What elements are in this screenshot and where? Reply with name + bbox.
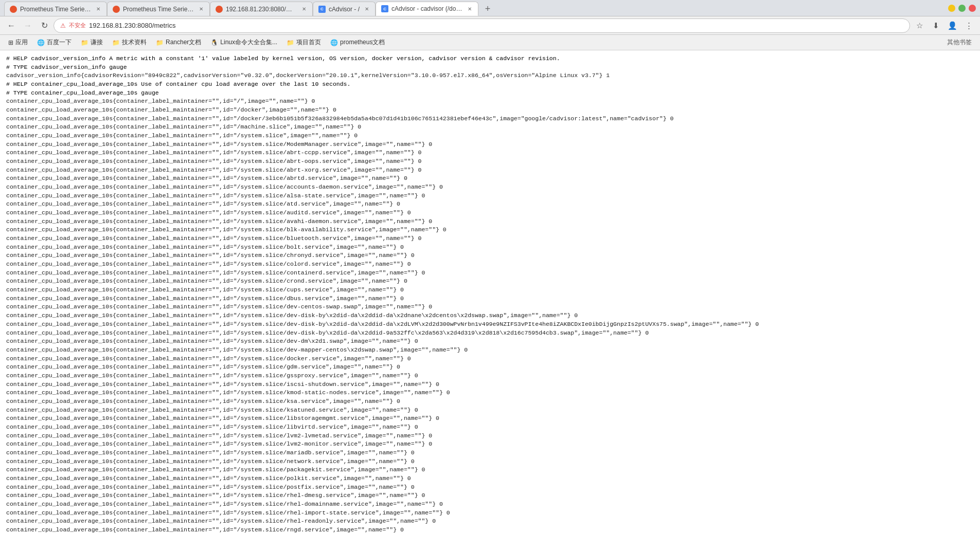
bookmark-project[interactable]: 📁 项目首页: [282, 36, 325, 48]
minimize-button[interactable]: [948, 5, 955, 12]
apps-icon: ⊞: [8, 39, 13, 46]
metric-line: container_cpu_load_average_10s{container…: [6, 491, 974, 500]
metric-line: container_cpu_load_average_10s{container…: [6, 277, 974, 286]
metric-line: container_cpu_load_average_10s{container…: [6, 294, 974, 303]
bookmarks-bar: ⊞ 应用 🌐 百度一下 📁 谦接 📁 技术资料 📁 Rancher文档 🐧 Li…: [0, 35, 980, 50]
address-bar[interactable]: ⚠ 不安全 192.168.81.230:8080/metrics: [54, 19, 910, 33]
bookmark-button[interactable]: ☆: [912, 19, 926, 33]
metric-line: container_cpu_load_average_10s{container…: [6, 423, 974, 432]
metric-line: container_cpu_load_average_10s{container…: [6, 140, 974, 149]
metric-line: container_cpu_load_average_10s{container…: [6, 200, 974, 209]
metric-line: container_cpu_load_average_10s{container…: [6, 483, 974, 492]
metric-line: container_cpu_load_average_10s{container…: [6, 115, 974, 123]
metric-line: container_cpu_load_average_10s{container…: [6, 243, 974, 252]
metric-line: container_cpu_load_average_10s{container…: [6, 251, 974, 260]
tab-5[interactable]: C cAdvisor - cadvisor (/docker/c... ✕: [376, 2, 478, 16]
bookmark-linux-label: Linux命令大全合集...: [220, 38, 277, 47]
metric-line: container_cpu_load_average_10s{container…: [6, 380, 974, 389]
metric-line: container_cpu_load_average_10s{container…: [6, 260, 974, 269]
bookmark-linux[interactable]: 🐧 Linux命令大全合集...: [206, 36, 281, 48]
metric-line: container_cpu_load_average_10s{container…: [6, 372, 974, 380]
metric-line: # HELP cadvisor_version_info A metric wi…: [6, 54, 974, 63]
bookmark-prometheus-label: prometheus文档: [340, 38, 385, 47]
metric-line: # TYPE cadvisor_version_info gauge: [6, 63, 974, 72]
tab-3[interactable]: 192.168.81.230:8080/metrics ✕: [210, 2, 313, 16]
bookmark-qianjie[interactable]: 📁 谦接: [77, 36, 107, 48]
history-button[interactable]: ⬇: [929, 19, 943, 33]
back-button[interactable]: ←: [4, 19, 19, 33]
tab-1-close[interactable]: ✕: [94, 5, 102, 13]
metric-line: container_cpu_load_average_10s{container…: [6, 320, 974, 329]
bookmark-project-label: 项目首页: [296, 38, 321, 47]
bookmark-baidu[interactable]: 🌐 百度一下: [33, 36, 76, 48]
folder-icon-4: 📁: [287, 39, 294, 46]
metric-line: container_cpu_load_average_10s{container…: [6, 192, 974, 200]
tab-1[interactable]: Prometheus Time Series Colle... ✕: [4, 2, 107, 16]
metric-line: container_cpu_load_average_10s{container…: [6, 311, 974, 320]
tab-2-close[interactable]: ✕: [197, 5, 205, 13]
security-icon: ⚠: [60, 22, 66, 29]
content-area[interactable]: # HELP cadvisor_version_info A metric wi…: [0, 50, 980, 534]
account-button[interactable]: 👤: [945, 19, 959, 33]
metric-line: container_cpu_load_average_10s{container…: [6, 149, 974, 157]
nav-actions: ☆ ⬇ 👤 ⋮: [912, 19, 976, 33]
folder-icon-2: 📁: [112, 39, 120, 46]
metric-line: container_cpu_load_average_10s{container…: [6, 474, 974, 483]
new-tab-button[interactable]: +: [480, 2, 495, 16]
metric-line: container_cpu_load_average_10s{container…: [6, 166, 974, 175]
bookmark-rancher[interactable]: 📁 Rancher文档: [152, 36, 205, 48]
tab-3-favicon: [216, 6, 223, 13]
metric-line: container_cpu_load_average_10s{container…: [6, 269, 974, 278]
metric-line: container_cpu_load_average_10s{container…: [6, 414, 974, 423]
tab-4[interactable]: C cAdvisor - / ✕: [313, 2, 376, 16]
metric-line: container_cpu_load_average_10s{container…: [6, 123, 974, 132]
metric-line: container_cpu_load_average_10s{container…: [6, 97, 974, 106]
folder-icon-1: 📁: [81, 39, 88, 46]
bookmark-prometheus[interactable]: 🌐 prometheus文档: [326, 36, 389, 48]
bookmark-baidu-label: 百度一下: [47, 38, 72, 47]
metric-line: container_cpu_load_average_10s{container…: [6, 457, 974, 466]
bookmark-qianjie-label: 谦接: [91, 38, 103, 47]
metric-line: container_cpu_load_average_10s{container…: [6, 526, 974, 534]
tab-3-title: 192.168.81.230:8080/metrics: [226, 6, 297, 13]
security-label: 不安全: [69, 22, 86, 29]
tab-3-close[interactable]: ✕: [300, 5, 308, 13]
bookmark-rancher-label: Rancher文档: [166, 38, 201, 47]
bookmark-apps-label: 应用: [15, 38, 28, 47]
metric-line: container_cpu_load_average_10s{container…: [6, 500, 974, 509]
tab-2-title: Prometheus Time Series Colle...: [123, 6, 194, 13]
metric-line: container_cpu_load_average_10s{container…: [6, 355, 974, 363]
nav-bar: ← → ↻ ⚠ 不安全 192.168.81.230:8080/metrics …: [0, 16, 980, 35]
bookmarks-more[interactable]: 其他书签: [943, 36, 976, 48]
metric-line: container_cpu_load_average_10s{container…: [6, 363, 974, 372]
tab-2[interactable]: Prometheus Time Series Colle... ✕: [107, 2, 210, 16]
metric-line: container_cpu_load_average_10s{container…: [6, 217, 974, 226]
prometheus-bookmark-icon: 🌐: [330, 39, 338, 46]
metric-line: container_cpu_load_average_10s{container…: [6, 440, 974, 449]
metric-line: container_cpu_load_average_10s{container…: [6, 303, 974, 311]
metric-line: container_cpu_load_average_10s{container…: [6, 389, 974, 397]
metric-line: container_cpu_load_average_10s{container…: [6, 234, 974, 243]
window-titlebar: Prometheus Time Series Colle... ✕ Promet…: [0, 0, 980, 16]
metric-line: container_cpu_load_average_10s{container…: [6, 432, 974, 440]
tab-bar: Prometheus Time Series Colle... ✕ Promet…: [4, 0, 944, 16]
bookmark-apps[interactable]: ⊞ 应用: [4, 36, 32, 48]
metric-line: container_cpu_load_average_10s{container…: [6, 337, 974, 346]
baidu-icon: 🌐: [37, 39, 45, 46]
metric-line: container_cpu_load_average_10s{container…: [6, 132, 974, 140]
tab-4-close[interactable]: ✕: [363, 5, 371, 13]
linux-icon: 🐧: [210, 39, 218, 46]
metric-line: container_cpu_load_average_10s{container…: [6, 174, 974, 183]
tab-5-close[interactable]: ✕: [466, 5, 474, 13]
maximize-button[interactable]: [958, 5, 966, 12]
bookmark-tech[interactable]: 📁 技术资料: [108, 36, 151, 48]
forward-button[interactable]: →: [21, 19, 35, 33]
metric-line: container_cpu_load_average_10s{container…: [6, 226, 974, 234]
metric-line: container_cpu_load_average_10s{container…: [6, 157, 974, 166]
metric-line: container_cpu_load_average_10s{container…: [6, 466, 974, 474]
close-button[interactable]: [969, 5, 976, 12]
refresh-button[interactable]: ↻: [37, 19, 51, 33]
metric-line: # TYPE container_cpu_load_average_10s ga…: [6, 89, 974, 98]
menu-button[interactable]: ⋮: [961, 19, 976, 33]
tab-4-favicon: C: [318, 6, 326, 13]
